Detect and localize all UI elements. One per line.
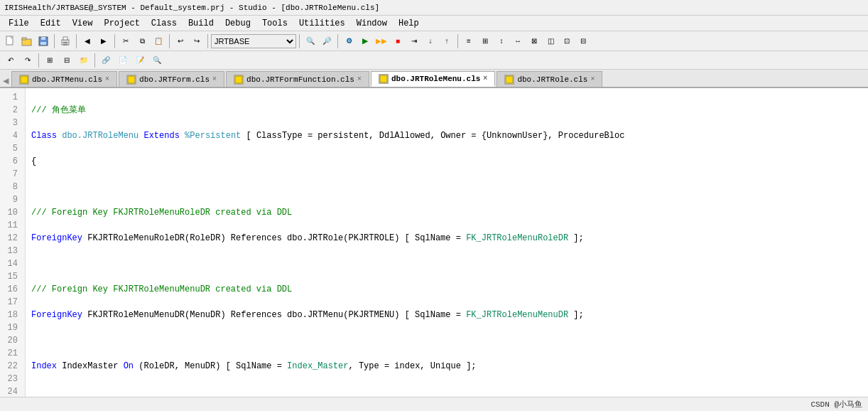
ln-19: 19 — [0, 321, 22, 334]
misc-btn4[interactable]: ↔ — [510, 33, 526, 49]
step-over-button[interactable]: ⇥ — [406, 33, 422, 49]
tab-label-jrtrole: dbo.JRTRole.cls — [517, 75, 587, 84]
tab-jrtmenu[interactable]: dbo.JRTMenu.cls × — [11, 71, 117, 87]
copy-button[interactable]: ⧉ — [134, 33, 150, 49]
tab-jrtform[interactable]: dbo.JRTForm.cls × — [119, 71, 224, 87]
step-out-button[interactable]: ↑ — [439, 33, 455, 49]
tab-icon-jrtform — [126, 75, 136, 85]
tab-scroll-left[interactable]: ◀ — [3, 75, 11, 87]
tab-close-jrtrole[interactable]: × — [590, 75, 595, 83]
ln-15: 15 — [0, 270, 22, 283]
menu-file[interactable]: File — [3, 17, 35, 30]
code-line-6: ForeignKey FKJRTRoleMenuRoleDR(RoleDR) R… — [31, 232, 862, 245]
tb2-btn5[interactable]: 📁 — [76, 53, 92, 68]
menu-debug[interactable]: Debug — [219, 17, 256, 30]
save-button[interactable] — [36, 33, 51, 49]
forward-button[interactable]: ▶ — [96, 33, 112, 49]
svg-rect-9 — [63, 42, 67, 43]
status-text: CSDN @小马鱼 — [810, 399, 862, 410]
code-editor[interactable]: 1 2 3 4 5 6 7 8 9 10 11 12 13 14 15 16 1… — [0, 88, 868, 397]
print-button[interactable] — [58, 33, 73, 49]
svg-rect-11 — [21, 76, 28, 83]
tab-label-jrtformfunction: dbo.JRTFormFunction.cls — [246, 75, 354, 84]
tab-close-jrtform[interactable]: × — [212, 75, 217, 83]
menu-tools[interactable]: Tools — [256, 17, 293, 30]
menu-window[interactable]: Window — [351, 17, 393, 30]
misc-btn7[interactable]: ⊡ — [559, 33, 575, 49]
ln-1: 1 — [0, 91, 22, 104]
new-button[interactable] — [3, 33, 18, 49]
misc-btn8[interactable]: ⊟ — [575, 33, 591, 49]
tb2-btn8[interactable]: 📝 — [132, 53, 148, 68]
ln-7: 7 — [0, 168, 22, 181]
tb2-btn3[interactable]: ⊞ — [42, 53, 58, 68]
ln-3: 3 — [0, 117, 22, 129]
namespace-select[interactable]: JRTBASE — [211, 34, 296, 48]
code-line-9: ForeignKey FKJRTRoleMenuMenuDR(MenuDR) R… — [31, 309, 862, 321]
tab-label-jrtrolemenu: dbo.JRTRoleMenu.cls — [391, 75, 480, 83]
find-button[interactable]: 🔎 — [319, 33, 335, 49]
ln-4: 4 — [0, 129, 22, 142]
ln-21: 21 — [0, 347, 22, 360]
tab-jrtformfunction[interactable]: dbo.JRTFormFunction.cls × — [226, 71, 369, 87]
debug-button[interactable]: ▶▶ — [374, 33, 389, 49]
toolbar-main: ◀ ▶ ✂ ⧉ 📋 ↩ ↪ JRTBASE 🔍 🔎 ⚙ ▶ ▶▶ ■ ⇥ — [0, 31, 868, 51]
menu-utilities[interactable]: Utilities — [293, 17, 351, 30]
step-in-button[interactable]: ↓ — [423, 33, 438, 49]
svg-rect-5 — [41, 37, 45, 40]
svg-rect-10 — [63, 44, 67, 46]
tab-close-jrtmenu[interactable]: × — [105, 75, 109, 83]
toolbar-edit-group: ✂ ⧉ 📋 — [118, 33, 166, 49]
title-text: IRISHealth/JRTBASE@_SYSTEM - Default_sys… — [4, 4, 379, 12]
ln-12: 12 — [0, 232, 22, 245]
menu-build[interactable]: Build — [183, 17, 219, 30]
tab-jrtrole[interactable]: dbo.JRTRole.cls × — [497, 71, 602, 87]
tb2-btn1[interactable]: ↶ — [3, 53, 18, 68]
ln-8: 8 — [0, 181, 22, 193]
sep4 — [169, 34, 170, 48]
ln-10: 10 — [0, 206, 22, 219]
run-button[interactable]: ▶ — [357, 33, 373, 49]
tb2-btn2[interactable]: ↷ — [20, 53, 36, 68]
svg-rect-14 — [380, 75, 387, 82]
tab-jrtrolemenu[interactable]: dbo.JRTRoleMenu.cls × — [371, 71, 495, 87]
ln-14: 14 — [0, 257, 22, 270]
undo-button[interactable]: ↩ — [173, 33, 188, 49]
sep3 — [114, 34, 115, 48]
tb2-btn7[interactable]: 📄 — [115, 53, 131, 68]
tab-label-jrtform: dbo.JRTForm.cls — [139, 75, 210, 84]
menu-help[interactable]: Help — [393, 17, 425, 30]
toolbar-secondary: ↶ ↷ ⊞ ⊟ 📁 🔗 📄 📝 🔍 — [0, 51, 868, 70]
paste-button[interactable]: 📋 — [151, 33, 166, 49]
stop-button[interactable]: ■ — [390, 33, 406, 49]
misc-btn2[interactable]: ⊞ — [477, 33, 493, 49]
misc-btn1[interactable]: ≡ — [461, 33, 477, 49]
menu-project[interactable]: Project — [98, 17, 145, 30]
menu-class[interactable]: Class — [146, 17, 183, 30]
menu-view[interactable]: View — [67, 17, 99, 30]
code-content[interactable]: /// 角色菜单 Class dbo.JRTRoleMenu Extends %… — [26, 88, 868, 397]
menu-edit[interactable]: Edit — [35, 17, 67, 30]
tab-bar: ◀ dbo.JRTMenu.cls × dbo.JRTForm.cls × db… — [0, 70, 868, 88]
ln-2: 2 — [0, 104, 22, 117]
tab-icon-jrtrolemenu — [379, 74, 389, 84]
cut-button[interactable]: ✂ — [118, 33, 134, 49]
misc-btn6[interactable]: ◫ — [543, 33, 558, 49]
open-button[interactable] — [19, 33, 35, 49]
back-button[interactable]: ◀ — [80, 33, 95, 49]
compile-button[interactable]: ⚙ — [341, 33, 357, 49]
redo-button[interactable]: ↪ — [189, 33, 205, 49]
tab-close-jrtformfunction[interactable]: × — [357, 75, 362, 83]
misc-btn5[interactable]: ⊠ — [526, 33, 542, 49]
sep7 — [337, 34, 338, 48]
tab-icon-jrtmenu — [19, 75, 29, 85]
tab-close-jrtrolemenu[interactable]: × — [483, 75, 487, 82]
tb2-btn9[interactable]: 🔍 — [149, 53, 165, 68]
misc-btn3[interactable]: ↕ — [494, 33, 509, 49]
sep9 — [38, 53, 39, 68]
status-bar: CSDN @小马鱼 — [0, 397, 868, 411]
tb2-btn6[interactable]: 🔗 — [98, 53, 114, 68]
tb2-btn4[interactable]: ⊟ — [59, 53, 75, 68]
search-button[interactable]: 🔍 — [303, 33, 318, 49]
app-window: IRISHealth/JRTBASE@_SYSTEM - Default_sys… — [0, 0, 868, 411]
